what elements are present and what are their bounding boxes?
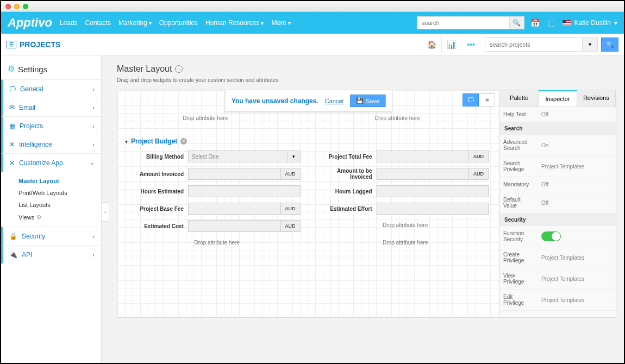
- insp-view-priv-value[interactable]: Project Templates: [538, 272, 616, 286]
- monitor-icon: 🖵: [467, 96, 474, 104]
- sidebar-item-email[interactable]: ✉Email›: [1, 98, 101, 116]
- billing-method-select[interactable]: Select One: [188, 150, 288, 162]
- sidebar-collapse-handle[interactable]: ‹: [102, 202, 109, 222]
- sidebar-item-intelligence[interactable]: ✕Intelligence›: [1, 135, 101, 153]
- drop-zone[interactable]: Drop attribute here: [183, 115, 228, 121]
- nav-marketing[interactable]: Marketing: [118, 19, 152, 27]
- global-search-button[interactable]: 🔍: [509, 16, 524, 29]
- chevron-right-icon: ›: [92, 233, 95, 240]
- layout-canvas[interactable]: You have unsaved changes. Cancel 💾Save 🖵…: [117, 90, 499, 317]
- brand-logo[interactable]: Apptivo: [8, 16, 52, 30]
- unsaved-banner: You have unsaved changes. Cancel 💾Save: [224, 90, 392, 112]
- module-icon: ☰: [7, 41, 16, 48]
- insp-help-text-value[interactable]: Off: [538, 107, 616, 122]
- project-search-button[interactable]: 🔍: [601, 37, 618, 52]
- project-search-dropdown[interactable]: ▾: [583, 37, 598, 52]
- chevron-down-icon: ▾: [614, 19, 617, 27]
- calendar-icon[interactable]: 📅: [530, 17, 541, 28]
- nav-opportunities[interactable]: Opportunities: [159, 19, 198, 27]
- page-title: Master Layout: [117, 64, 172, 74]
- insp-adv-search-value[interactable]: On: [538, 138, 616, 153]
- chevron-down-icon: ⌄: [90, 159, 95, 166]
- drop-zone[interactable]: Drop attribute here: [322, 237, 489, 250]
- insp-edit-priv-value[interactable]: Project Templates: [538, 293, 616, 307]
- save-icon: 💾: [356, 97, 364, 104]
- nav-contacts[interactable]: Contacts: [85, 19, 111, 27]
- nav-leads[interactable]: Leads: [60, 19, 78, 27]
- inspector-panel: Palette Inspector Revisions Help TextOff…: [499, 90, 616, 317]
- insp-create-priv-value[interactable]: Project Templates: [538, 250, 616, 265]
- section-title[interactable]: Project Budget: [131, 137, 177, 145]
- window-close-icon[interactable]: [5, 4, 11, 9]
- hours-logged-input[interactable]: [377, 185, 489, 197]
- gear-icon: ⚙: [8, 64, 15, 74]
- drop-zone[interactable]: Drop attribute here: [322, 220, 489, 237]
- unsaved-message: You have unsaved changes.: [232, 97, 318, 105]
- project-total-fee-input[interactable]: [377, 150, 470, 162]
- hierarchy-icon: ⌗: [485, 96, 489, 104]
- plug-icon: 🔌: [9, 251, 17, 259]
- insp-default-value[interactable]: Off: [538, 196, 616, 210]
- sidebar-sub-list-layouts[interactable]: List Layouts: [18, 199, 101, 211]
- insp-group-search: Search: [500, 122, 616, 135]
- chevron-right-icon: ›: [92, 141, 95, 148]
- top-nav: Apptivo Leads Contacts Marketing Opportu…: [1, 12, 624, 34]
- info-icon[interactable]: i: [175, 65, 183, 73]
- sidebar-sub-print-web[interactable]: Print/Web Layouts: [18, 187, 101, 199]
- sidebar-item-projects[interactable]: ▦Projects›: [1, 116, 101, 135]
- user-menu[interactable]: Katie Dustlin ▾: [562, 19, 617, 27]
- section-delete-icon[interactable]: ✕: [180, 138, 187, 145]
- chevron-down-icon[interactable]: ▾: [288, 150, 301, 162]
- chevron-right-icon: ›: [92, 252, 95, 258]
- apps-icon[interactable]: ⬚: [546, 17, 557, 28]
- window-minimize-icon[interactable]: [14, 4, 20, 9]
- currency-unit: AUD: [281, 220, 301, 232]
- drop-zone[interactable]: Drop attribute here: [134, 237, 301, 250]
- window-maximize-icon[interactable]: [23, 4, 28, 9]
- page-subtitle: Drag and drop widgets to create your cus…: [117, 77, 616, 83]
- estimated-effort-input[interactable]: [377, 203, 489, 215]
- module-header: ☰ PROJECTS 🏠 📊 ••• ▾ 🔍: [1, 34, 624, 55]
- tab-inspector[interactable]: Inspector: [539, 90, 577, 106]
- chevron-right-icon: ›: [92, 86, 95, 92]
- save-button[interactable]: 💾Save: [350, 95, 385, 107]
- hours-estimated-input[interactable]: [188, 185, 301, 197]
- tab-revisions[interactable]: Revisions: [577, 90, 616, 106]
- app-window: Apptivo Leads Contacts Marketing Opportu…: [0, 0, 625, 364]
- sidebar-item-customize-app[interactable]: ✕Customize App⌄: [1, 153, 101, 172]
- cancel-link[interactable]: Cancel: [325, 98, 343, 104]
- sidebar-item-api[interactable]: 🔌API›: [1, 245, 101, 263]
- sidebar-sub-views[interactable]: Views⊕: [18, 211, 101, 223]
- currency-unit: AUD: [469, 168, 489, 180]
- section-collapse-icon[interactable]: ▾: [125, 139, 128, 145]
- function-security-toggle[interactable]: [541, 231, 561, 241]
- desktop-view-button[interactable]: 🖵: [462, 93, 479, 106]
- sidebar-item-security[interactable]: 🔒Security›: [1, 227, 101, 245]
- drop-zone[interactable]: Drop attribute here: [374, 115, 420, 121]
- search-icon: 🔍: [606, 41, 614, 48]
- global-search-input[interactable]: [417, 16, 509, 29]
- estimated-cost-input[interactable]: [188, 220, 281, 232]
- settings-sidebar: ⚙ Settings 🖵General› ✉Email› ▦Projects› …: [1, 55, 102, 363]
- more-menu-icon[interactable]: •••: [461, 36, 480, 53]
- project-base-fee-input[interactable]: [188, 203, 281, 215]
- sidebar-item-general[interactable]: 🖵General›: [1, 79, 101, 98]
- home-icon[interactable]: 🏠: [422, 36, 441, 53]
- insp-search-priv-value[interactable]: Project Templates: [538, 159, 616, 174]
- org-view-button[interactable]: ⌗: [479, 93, 495, 106]
- currency-unit: AUD: [281, 168, 301, 180]
- module-title[interactable]: PROJECTS: [20, 40, 60, 49]
- currency-unit: AUD: [469, 150, 489, 162]
- user-name: Katie Dustlin: [574, 19, 611, 27]
- insp-mandatory-value[interactable]: Off: [538, 177, 616, 192]
- nav-more[interactable]: More: [271, 19, 290, 27]
- amount-invoiced-input[interactable]: [188, 168, 281, 180]
- tab-palette[interactable]: Palette: [500, 90, 539, 106]
- lock-icon: 🔒: [9, 233, 17, 240]
- sidebar-sub-master-layout[interactable]: Master Layout: [18, 175, 101, 187]
- amount-to-be-invoiced-input[interactable]: [377, 168, 470, 180]
- project-search-input[interactable]: [485, 37, 583, 52]
- chart-icon[interactable]: 📊: [441, 36, 461, 53]
- nav-human-resources[interactable]: Human Resources: [205, 19, 264, 27]
- search-icon: 🔍: [512, 19, 521, 27]
